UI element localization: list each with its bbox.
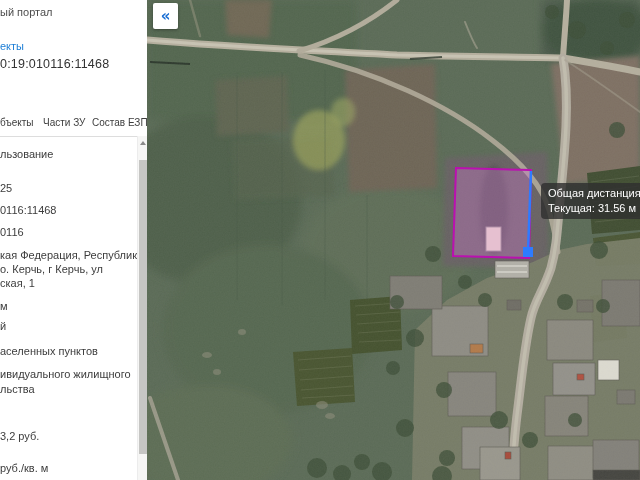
cadastral-portal-screen: « Общая дистанция: 31 Текущая: 31.56 м ы… [0, 0, 640, 480]
satellite-map[interactable] [147, 0, 640, 480]
info-line-permitted-use-2: льства [0, 383, 35, 395]
info-line-date: 25 [0, 182, 12, 194]
info-line-quarter-number: 0116 [0, 226, 24, 238]
info-sidebar: ый портал екты 0:19:010116:11468 бъекты … [0, 0, 147, 480]
info-line-permitted-use-1: ивидуального жилищного [0, 368, 131, 380]
scrollbar-thumb[interactable] [139, 160, 147, 454]
tab-bar: бъекты Части ЗУ Состав ЕЗП [0, 110, 137, 137]
satellite-imagery [147, 0, 640, 480]
info-line-land-category: аселенных пунктов [0, 345, 98, 357]
imagery-noise [147, 0, 640, 480]
info-line-cadastral-number: 0116:11468 [0, 204, 56, 216]
info-line-cadastral-value: 3,2 руб. [0, 430, 39, 442]
measure-endpoint-marker[interactable] [523, 247, 533, 257]
parcel-building [486, 227, 501, 251]
back-to-objects-link[interactable]: екты [0, 40, 24, 52]
tab-objects[interactable]: бъекты [0, 117, 33, 128]
tab-parcel-parts[interactable]: Части ЗУ [43, 117, 85, 128]
portal-title: ый портал [0, 6, 53, 18]
panel-scrollbar[interactable] [137, 136, 147, 480]
info-line-address-1: кая Федерация, Республика [0, 249, 137, 261]
info-line-land-use: льзование [0, 148, 53, 160]
measure-tooltip: Общая дистанция: 31 Текущая: 31.56 м [541, 183, 640, 219]
measure-total-distance: Общая дистанция: 31 [548, 186, 640, 201]
info-line-area: м [0, 300, 8, 312]
info-line-status: й [0, 320, 6, 332]
parcel-info-panel: льзование 25 0116:11468 0116 кая Федерац… [0, 137, 137, 480]
cadastral-number-title: 0:19:010116:11468 [0, 57, 109, 71]
tab-ezp-composition[interactable]: Состав ЕЗП [92, 117, 148, 128]
info-line-address-2: о. Керчь, г Керчь, ул [0, 263, 103, 275]
info-line-address-3: ская, 1 [0, 277, 35, 289]
scroll-up-icon[interactable] [138, 136, 148, 150]
measure-current-distance: Текущая: 31.56 м [548, 201, 640, 216]
info-line-unit-price: руб./кв. м [0, 462, 48, 474]
sidebar-collapse-button[interactable]: « [153, 3, 178, 29]
